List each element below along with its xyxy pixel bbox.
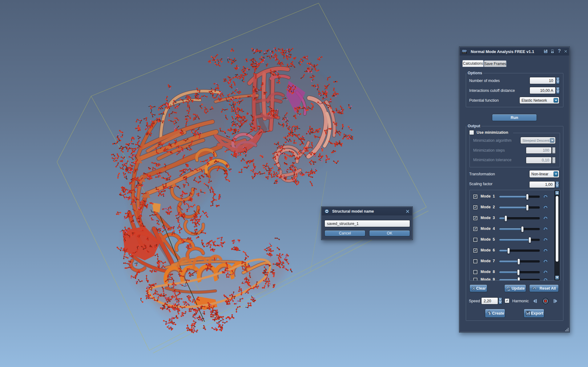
svg-text:?: ? — [558, 49, 561, 54]
